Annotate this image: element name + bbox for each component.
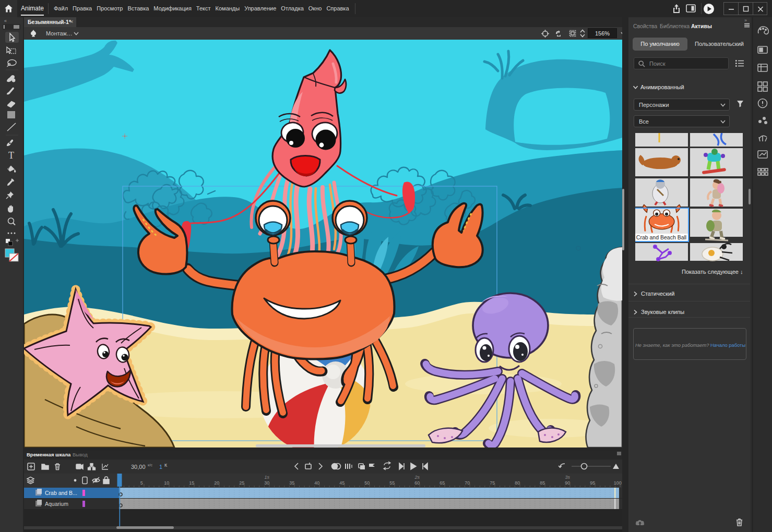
svg-text:1: 1	[159, 464, 162, 470]
svg-text:1s: 1s	[264, 475, 269, 480]
svg-text:55: 55	[389, 480, 395, 486]
svg-text:50: 50	[364, 480, 370, 486]
svg-text:Временная шкала: Временная шкала	[27, 452, 71, 457]
svg-text:25: 25	[239, 480, 244, 486]
svg-text:T: T	[8, 150, 14, 161]
svg-text:65: 65	[440, 480, 445, 486]
svg-text:95: 95	[590, 480, 595, 486]
svg-text:75: 75	[490, 480, 495, 486]
svg-text:2s: 2s	[414, 475, 420, 480]
svg-text:15: 15	[189, 480, 194, 486]
svg-text:Crab and Beach Ball: Crab and Beach Ball	[636, 234, 686, 240]
svg-text:3s: 3s	[565, 475, 570, 480]
svg-text:40: 40	[314, 480, 319, 486]
svg-text:«: «	[4, 18, 7, 23]
svg-text:20: 20	[214, 480, 219, 486]
svg-text:45: 45	[339, 480, 345, 486]
svg-text:30,00: 30,00	[131, 464, 146, 470]
svg-text:85: 85	[540, 480, 545, 486]
svg-text:60: 60	[414, 480, 420, 486]
svg-text:К: К	[164, 463, 168, 468]
svg-text:80: 80	[515, 480, 520, 486]
svg-text:к/с: к/с	[148, 463, 152, 467]
svg-text:35: 35	[289, 480, 294, 486]
svg-text:5: 5	[140, 480, 143, 486]
svg-text:Crab and B...: Crab and B...	[45, 490, 77, 496]
svg-text:10: 10	[164, 480, 169, 486]
svg-text:30: 30	[264, 480, 269, 486]
svg-text:70: 70	[465, 480, 470, 486]
svg-text:Aquarium: Aquarium	[45, 501, 68, 507]
svg-text:Вывод: Вывод	[73, 452, 88, 457]
svg-text:90: 90	[565, 480, 570, 486]
